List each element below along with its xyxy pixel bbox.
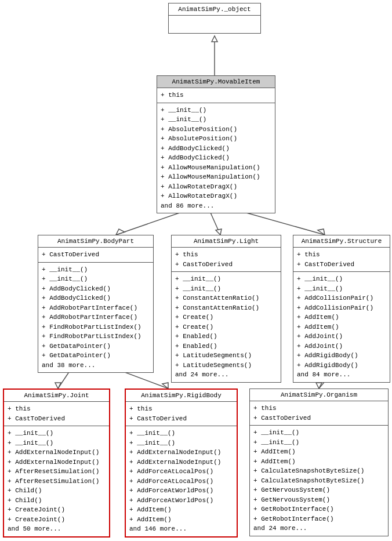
light-title: AnimatSimPy.Light <box>172 235 281 248</box>
light-section2: + __init__() + __init__() + ConstantAtte… <box>172 272 281 382</box>
structure-title: AnimatSimPy.Structure <box>293 235 390 248</box>
object-section <box>169 16 260 33</box>
svg-marker-3 <box>116 229 125 235</box>
structure-section2: + __init__() + __init__() + AddCollision… <box>293 272 390 382</box>
organism-section1: + this + CastToDerived <box>250 401 388 426</box>
svg-marker-1 <box>212 36 217 42</box>
joint-title: AnimatSimPy.Joint <box>4 390 109 402</box>
svg-marker-9 <box>55 383 61 388</box>
light-box: AnimatSimPy.Light + this + CastToDerived… <box>171 235 281 383</box>
movable-this: + this <box>161 90 271 100</box>
structure-box: AnimatSimPy.Structure + this + CastToDer… <box>293 235 390 383</box>
bodypart-section2: + __init__() + __init__() + AddBodyClick… <box>38 263 153 373</box>
movable-title: AnimatSimPy.MovableItem <box>157 76 275 88</box>
organism-section2: + __init__() + __init__() + AddItem() + … <box>250 426 388 536</box>
joint-section1: + this + CastToDerived <box>4 402 109 426</box>
svg-marker-7 <box>318 229 325 235</box>
organism-box: AnimatSimPy.Organism + this + CastToDeri… <box>249 388 389 536</box>
bodypart-box: AnimatSimPy.BodyPart + CastToDerived + _… <box>38 235 154 373</box>
bodypart-section1: + CastToDerived <box>38 248 153 263</box>
uml-diagram: AnimatSimPy._object AnimatSimPy.MovableI… <box>0 0 392 541</box>
rigidbody-title: AnimatSimPy.RigidBody <box>126 390 237 402</box>
joint-box: AnimatSimPy.Joint + this + CastToDerived… <box>3 388 110 538</box>
rigidbody-section1: + this + CastToDerived <box>126 402 237 426</box>
movable-box: AnimatSimPy.MovableItem + this + __init_… <box>157 75 275 213</box>
organism-title: AnimatSimPy.Organism <box>250 389 388 401</box>
rigidbody-section2: + __init__() + __init__() + AddExternalN… <box>126 426 237 536</box>
structure-section1: + this + CastToDerived <box>293 248 390 272</box>
svg-marker-11 <box>162 383 168 388</box>
movable-section1: + this <box>157 88 275 103</box>
svg-marker-13 <box>316 383 322 388</box>
movable-section2: + __init__() + __init__() + AbsolutePosi… <box>157 103 275 213</box>
svg-marker-5 <box>216 229 222 235</box>
object-title: AnimatSimPy._object <box>169 3 260 16</box>
rigidbody-box: AnimatSimPy.RigidBody + this + CastToDer… <box>125 388 238 538</box>
joint-section2: + __init__() + __init__() + AddExternalN… <box>4 426 109 536</box>
object-box: AnimatSimPy._object <box>168 3 261 34</box>
bodypart-title: AnimatSimPy.BodyPart <box>38 235 153 248</box>
light-section1: + this + CastToDerived <box>172 248 281 272</box>
